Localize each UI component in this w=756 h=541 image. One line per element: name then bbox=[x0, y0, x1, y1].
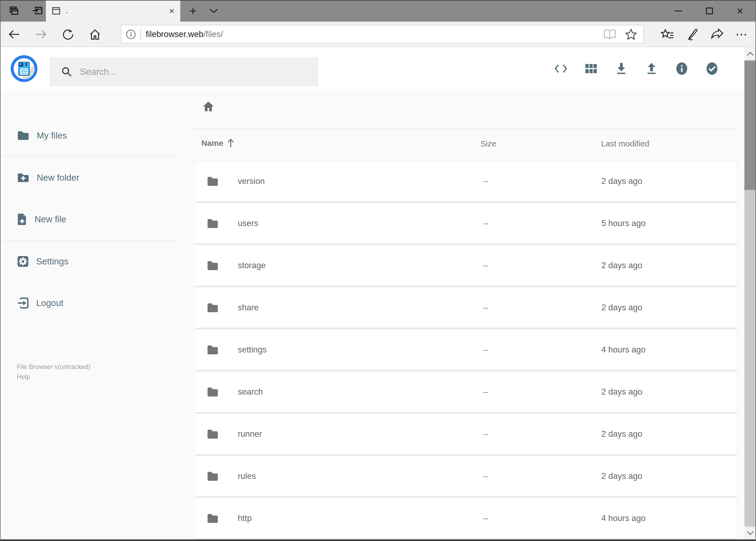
folder-icon bbox=[17, 130, 30, 141]
vertical-scrollbar[interactable] bbox=[744, 47, 756, 539]
code-editor-icon[interactable] bbox=[554, 62, 567, 75]
scroll-up-button[interactable] bbox=[744, 47, 756, 60]
file-size: – bbox=[483, 387, 488, 397]
upload-icon[interactable] bbox=[645, 62, 658, 75]
logout-icon bbox=[17, 297, 29, 309]
breadcrumb bbox=[202, 101, 215, 112]
hub-favorites-icon[interactable] bbox=[659, 26, 676, 43]
sidebar-item-settings[interactable]: Settings bbox=[0, 241, 180, 282]
url-bar[interactable]: filebrowser.web/files/ bbox=[121, 25, 644, 44]
refresh-button[interactable] bbox=[59, 26, 77, 43]
favorite-star-icon[interactable] bbox=[625, 28, 637, 40]
filebrowser-logo[interactable] bbox=[11, 55, 38, 82]
more-menu-icon[interactable]: ⋯ bbox=[733, 26, 751, 43]
more-glyph: ⋯ bbox=[735, 27, 748, 41]
grid-view-icon[interactable] bbox=[585, 62, 598, 75]
table-row[interactable]: runner – 2 days ago bbox=[195, 414, 737, 456]
url-path: /files/ bbox=[203, 29, 223, 39]
back-button[interactable] bbox=[5, 26, 23, 43]
minimize-button[interactable] bbox=[663, 0, 694, 22]
sidebar-item-my-files[interactable]: My files bbox=[0, 115, 180, 156]
sidebar-item-logout[interactable]: Logout bbox=[0, 282, 180, 324]
close-window-button[interactable]: × bbox=[725, 0, 755, 22]
file-modified: 2 days ago bbox=[601, 471, 642, 481]
annotate-pen-icon[interactable] bbox=[684, 26, 701, 43]
browser-tab[interactable]: . × bbox=[46, 0, 180, 22]
app-header bbox=[0, 47, 744, 90]
minimize-icon bbox=[675, 11, 682, 11]
select-check-icon[interactable] bbox=[705, 62, 718, 75]
sidebar: My files New folder New file Settings Lo… bbox=[0, 90, 180, 539]
search-input[interactable] bbox=[80, 66, 296, 77]
tab-close-icon[interactable]: × bbox=[169, 6, 174, 15]
table-row[interactable]: storage – 2 days ago bbox=[195, 245, 737, 287]
home-button[interactable] bbox=[86, 26, 104, 43]
file-modified: 2 days ago bbox=[601, 303, 642, 312]
forward-button[interactable] bbox=[32, 26, 50, 43]
folder-icon bbox=[206, 260, 219, 271]
tab-favicon-icon bbox=[52, 7, 61, 15]
tab-preview-icon[interactable] bbox=[8, 5, 20, 17]
browser-toolbar: filebrowser.web/files/ ⋯ bbox=[0, 22, 756, 47]
table-row[interactable]: share – 2 days ago bbox=[195, 287, 737, 329]
info-circle-icon[interactable] bbox=[675, 62, 688, 75]
sidebar-item-new-folder[interactable]: New folder bbox=[0, 157, 180, 199]
window-titlebar: . × + × bbox=[0, 0, 756, 22]
folder-icon bbox=[206, 176, 219, 187]
sidebar-item-label: Settings bbox=[36, 256, 68, 267]
file-modified: 4 hours ago bbox=[601, 345, 645, 355]
sidebar-item-new-file[interactable]: New file bbox=[0, 199, 180, 240]
table-row[interactable]: version – 2 days ago bbox=[195, 161, 737, 203]
search-icon bbox=[61, 66, 72, 78]
file-name: rules bbox=[238, 471, 256, 481]
folder-icon bbox=[206, 302, 219, 313]
scroll-down-button[interactable] bbox=[744, 527, 756, 539]
table-row[interactable]: users – 5 hours ago bbox=[195, 203, 737, 245]
file-name: http bbox=[238, 513, 252, 523]
url-host: filebrowser.web bbox=[146, 29, 203, 39]
url-text[interactable]: filebrowser.web/files/ bbox=[146, 29, 223, 39]
table-row[interactable]: http – 4 hours ago bbox=[195, 498, 737, 539]
file-modified: 4 hours ago bbox=[601, 513, 645, 523]
file-size: – bbox=[483, 261, 488, 270]
site-info-icon[interactable] bbox=[122, 29, 140, 40]
folder-plus-icon bbox=[17, 172, 30, 183]
column-header-modified[interactable]: Last modified bbox=[601, 139, 649, 148]
folder-icon bbox=[206, 344, 219, 355]
tab-list-chevron-icon[interactable] bbox=[206, 0, 222, 22]
sidebar-item-label: Logout bbox=[36, 298, 64, 308]
file-plus-icon bbox=[17, 213, 28, 226]
maximize-button[interactable] bbox=[694, 0, 725, 22]
table-row[interactable]: settings – 4 hours ago bbox=[195, 329, 737, 372]
chevron-up-icon bbox=[747, 52, 754, 56]
table-row[interactable]: rules – 2 days ago bbox=[195, 456, 737, 498]
chevron-down-icon bbox=[747, 531, 754, 535]
file-size: – bbox=[483, 513, 488, 523]
search-bar[interactable] bbox=[50, 57, 318, 86]
file-modified: 2 days ago bbox=[601, 176, 642, 186]
column-name-label: Name bbox=[201, 139, 223, 148]
file-name: version bbox=[238, 176, 265, 186]
download-icon[interactable] bbox=[615, 62, 628, 75]
new-tab-button[interactable]: + bbox=[185, 0, 201, 22]
folder-icon bbox=[206, 218, 219, 229]
window-bottom-edge bbox=[0, 539, 756, 541]
file-name: runner bbox=[238, 429, 262, 439]
reading-view-icon[interactable] bbox=[603, 29, 617, 40]
scrollbar-thumb[interactable] bbox=[744, 61, 756, 190]
file-name: storage bbox=[238, 261, 266, 270]
column-header-name[interactable]: Name bbox=[201, 139, 234, 148]
help-link[interactable]: Help bbox=[17, 372, 91, 382]
sidebar-item-label: New folder bbox=[37, 173, 79, 183]
share-icon[interactable] bbox=[708, 26, 726, 43]
set-tabs-aside-icon[interactable] bbox=[31, 5, 44, 17]
table-row[interactable]: search – 2 days ago bbox=[195, 372, 737, 414]
file-list: version – 2 days ago users – 5 hours ago… bbox=[195, 161, 737, 539]
breadcrumb-home-icon[interactable] bbox=[202, 101, 215, 112]
file-modified: 2 days ago bbox=[601, 429, 642, 439]
file-size: – bbox=[483, 429, 488, 439]
column-header-size[interactable]: Size bbox=[480, 139, 496, 148]
tab-title: . bbox=[66, 7, 68, 15]
sidebar-item-label: New file bbox=[35, 214, 66, 225]
file-name: search bbox=[238, 387, 263, 397]
